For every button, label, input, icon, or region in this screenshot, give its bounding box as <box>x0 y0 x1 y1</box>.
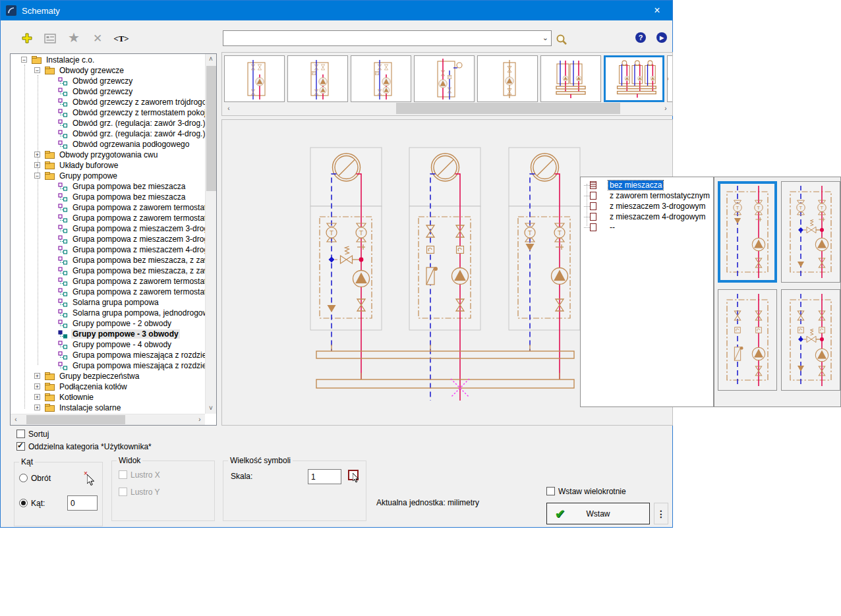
expand-icon[interactable]: + <box>34 405 40 410</box>
tree-item[interactable]: Grupa pompowa z zaworem termostatycznym <box>11 202 205 213</box>
variant-thumbnail[interactable] <box>718 181 777 283</box>
collapse-icon[interactable]: − <box>21 57 27 63</box>
popup-list-item[interactable]: z mieszaczem 3-drogowym <box>581 201 713 211</box>
tree-item-label: Grupa pompowa z zaworem termostatycznym <box>71 213 205 223</box>
tree-item[interactable]: Grupa pompowa mieszająca z rozdzielaczem… <box>11 350 205 360</box>
tree-item[interactable]: Grupa pompowa z zaworem termostatycznym <box>11 287 205 297</box>
next-icon[interactable]: ▶ <box>656 32 667 43</box>
search-icon[interactable] <box>554 32 569 47</box>
kategoria-checkbox[interactable] <box>16 442 25 451</box>
form-view-icon[interactable] <box>42 30 58 46</box>
strip-thumbnail[interactable] <box>540 55 601 102</box>
folder-icon <box>45 163 55 169</box>
lustro-y-checkbox[interactable] <box>119 488 127 496</box>
tree-item[interactable]: −Obwody grzewcze <box>11 65 205 76</box>
tree-item[interactable]: Obwód grzewczy <box>11 76 205 86</box>
tree-item-label: Obwód grzewczy z zaworem trójdrogowym <box>71 98 205 107</box>
tree-item-label: Grupy pompowe - 2 obwody <box>71 319 173 328</box>
obrot-label: Obrót <box>31 474 51 483</box>
kat-radio[interactable] <box>19 499 28 507</box>
close-button[interactable]: × <box>642 1 672 20</box>
tree-item[interactable]: Grupy pompowe - 4 obwody <box>11 339 205 350</box>
tree-item[interactable]: +Grupy bezpieczeństwa <box>11 371 205 381</box>
skala-label: Skala: <box>231 472 252 481</box>
tree-item[interactable]: Grupa pompowa bez mieszacza, z zaworem n <box>11 266 205 276</box>
tree-item[interactable]: Grupa pompowa z mieszaczem 3-drogowym <box>11 223 205 234</box>
expand-icon[interactable]: + <box>34 162 40 168</box>
tree-item[interactable]: Obwód grzewczy <box>11 86 205 97</box>
tree-item[interactable]: +Kotłownie <box>11 392 205 403</box>
tree-item[interactable]: Obwód ogrzewania podłogowego <box>11 139 205 150</box>
tree-item[interactable]: Obwód grz. (regulacja: zawór 4-drog.) <box>11 128 205 139</box>
skala-input[interactable] <box>308 469 341 484</box>
popup-list-item[interactable]: z mieszaczem 4-drogowym <box>581 211 713 222</box>
tree-item[interactable]: +Obwody przygotowania cwu <box>11 150 205 160</box>
tree-item-label: Grupa pompowa z zaworem termostatycznym <box>71 277 205 286</box>
tree-item[interactable]: Solarna grupa pompowa <box>11 297 205 308</box>
wstaw-button[interactable]: ✔ Wstaw <box>546 503 650 524</box>
more-options-button[interactable]: ⋮ <box>654 503 668 524</box>
tree-item[interactable]: Grupa pompowa z zaworem termostatycznym <box>11 276 205 287</box>
tree-item[interactable]: Grupa pompowa bez mieszacza, z zaworem n <box>11 255 205 266</box>
tree-item[interactable]: +Instalacje solarne <box>11 403 205 413</box>
strip-thumbnail[interactable] <box>667 55 673 102</box>
variant-thumbnail[interactable] <box>781 289 840 391</box>
tree-item[interactable]: −Grupy pompowe <box>11 171 205 181</box>
wstaw-wielokrotnie-checkbox[interactable] <box>546 487 555 495</box>
strip-scrollbar[interactable]: ‹ › <box>223 103 671 114</box>
strip-thumbnail[interactable] <box>477 55 538 102</box>
tree-item[interactable]: −Instalacje c.o. <box>11 55 205 65</box>
expand-icon[interactable]: + <box>34 373 40 379</box>
sortuj-checkbox[interactable] <box>16 430 25 438</box>
favorite-star-icon[interactable]: ★ <box>66 30 82 45</box>
popup-list-item[interactable]: bez mieszacza <box>581 180 713 190</box>
help-icon[interactable]: ? <box>635 32 646 43</box>
search-input[interactable] <box>225 32 538 45</box>
wstaw-wielokrotnie-label: Wstaw wielokrotnie <box>558 487 626 496</box>
search-combobox[interactable]: ⌄ <box>223 30 552 46</box>
popup-list-item[interactable]: z zaworem termostatycznym <box>581 190 713 201</box>
text-symbol-icon[interactable]: <T> <box>113 31 129 47</box>
strip-thumbnail[interactable] <box>414 55 475 102</box>
kat-input[interactable] <box>67 495 98 511</box>
collapse-icon[interactable]: − <box>34 67 40 73</box>
tree-item[interactable]: Obwód grzewczy z termostatem pokojowym <box>11 107 205 118</box>
strip-thumbnail[interactable] <box>604 55 664 102</box>
delete-icon[interactable]: ✕ <box>90 30 105 46</box>
tree-item[interactable]: Grupa pompowa bez mieszacza <box>11 192 205 202</box>
tree-horizontal-scrollbar[interactable]: ‹ › <box>11 414 205 425</box>
expand-icon[interactable]: + <box>34 394 40 400</box>
popup-list-item[interactable]: -- <box>581 222 713 233</box>
empty-box-icon <box>590 202 596 210</box>
expand-icon[interactable]: + <box>34 383 40 389</box>
tree-item[interactable]: Grupa pompowa mieszająca z rozdzielaczem… <box>11 360 205 371</box>
tree-item[interactable]: Grupy pompowe - 3 obwody <box>11 329 205 339</box>
tree-item[interactable]: +Układy buforowe <box>11 160 205 171</box>
tree-item-label: Grupy pompowe - 4 obwody <box>71 340 173 349</box>
tree-item[interactable]: Grupa pompowa bez mieszacza <box>11 181 205 192</box>
tree-item[interactable]: Solarna grupa pompowa, jednodrogowa <box>11 308 205 318</box>
tree-item-label: Instalacje solarne <box>58 403 122 412</box>
tree-vertical-scrollbar[interactable]: ˄ ˅ <box>205 54 217 414</box>
strip-thumbnail[interactable] <box>351 55 411 102</box>
variant-thumbnail[interactable] <box>718 289 777 391</box>
tree-item[interactable]: +Podłączenia kotłów <box>11 381 205 392</box>
tree-item[interactable]: Obwód grz. (regulacja: zawór 3-drog.) <box>11 118 205 128</box>
strip-thumbnail[interactable] <box>287 55 348 102</box>
tree-item[interactable]: Grupa pompowa z mieszaczem 3-drogowym <box>11 234 205 244</box>
tree-item[interactable]: Obwód grzewczy z zaworem trójdrogowym <box>11 97 205 107</box>
lustro-x-label: Lustro X <box>130 470 160 480</box>
category-tree: −Instalacje c.o.−Obwody grzewczeObwód gr… <box>10 53 217 426</box>
add-button[interactable] <box>19 30 35 46</box>
tree-item[interactable]: Grupa pompowa z mieszaczem 4-drogowym <box>11 244 205 255</box>
tree-item-label: Grupa pompowa bez mieszacza <box>71 182 187 191</box>
strip-thumbnail[interactable] <box>224 55 285 102</box>
expand-icon[interactable]: + <box>34 152 40 157</box>
collapse-icon[interactable]: − <box>34 173 40 179</box>
tree-item[interactable]: Grupa pompowa z zaworem termostatycznym <box>11 213 205 223</box>
chevron-down-icon[interactable]: ⌄ <box>542 34 548 42</box>
tree-item[interactable]: Grupy pompowe - 2 obwody <box>11 318 205 329</box>
variant-thumbnail[interactable] <box>781 181 840 283</box>
obrot-radio[interactable] <box>19 474 28 482</box>
lustro-x-checkbox[interactable] <box>119 470 127 479</box>
